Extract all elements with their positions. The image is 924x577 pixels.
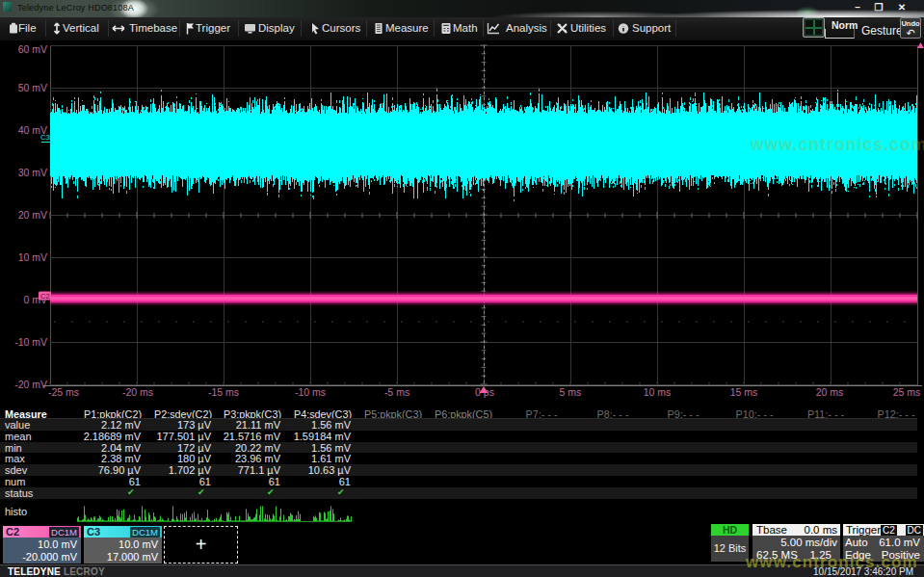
svg-text:-5 ms: -5 ms xyxy=(384,386,409,398)
svg-text:30 mV: 30 mV xyxy=(18,167,47,178)
svg-text:-20 ms: -20 ms xyxy=(122,386,153,398)
svg-text:10 ms: 10 ms xyxy=(644,386,672,398)
svg-text:-15 ms: -15 ms xyxy=(208,386,239,398)
svg-text:C3: C3 xyxy=(40,133,50,142)
svg-text:-25 ms: -25 ms xyxy=(48,386,79,398)
svg-text:20 ms: 20 ms xyxy=(816,386,844,398)
svg-text:50 mV: 50 mV xyxy=(18,82,47,93)
svg-text:15 ms: 15 ms xyxy=(730,386,758,398)
svg-text:25 ms: 25 ms xyxy=(893,386,921,398)
svg-text:10 mV: 10 mV xyxy=(18,251,47,263)
svg-text:-10 ms: -10 ms xyxy=(295,386,326,398)
svg-text:-10 mV: -10 mV xyxy=(14,336,47,348)
svg-text:20 mV: 20 mV xyxy=(18,209,47,221)
svg-text:60 mV: 60 mV xyxy=(18,43,47,55)
svg-text:C2: C2 xyxy=(40,292,50,301)
svg-text:-20 mV: -20 mV xyxy=(14,379,47,390)
svg-text:5 ms: 5 ms xyxy=(560,386,582,398)
